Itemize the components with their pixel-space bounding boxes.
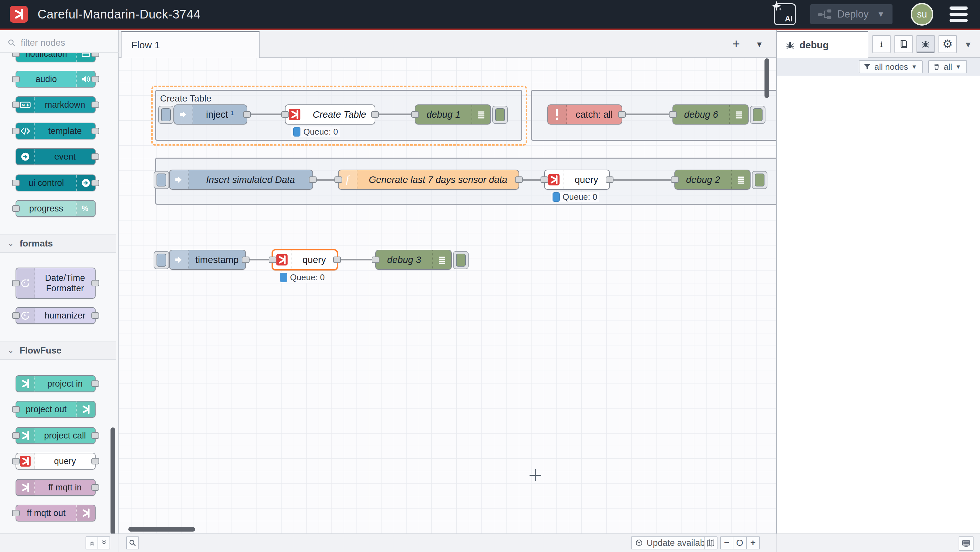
port[interactable] — [541, 176, 548, 183]
zoom-in-button[interactable]: + — [747, 536, 760, 549]
port[interactable] — [91, 280, 99, 286]
palette-node-event[interactable]: event — [16, 148, 95, 165]
main-menu-button[interactable] — [950, 6, 968, 22]
palette-node-ff-mqtt-out[interactable]: ff mqtt out — [16, 505, 95, 522]
debug-tab-button[interactable] — [916, 35, 935, 53]
port[interactable] — [91, 432, 99, 439]
palette-node-audio[interactable]: audio — [16, 71, 95, 88]
port[interactable] — [269, 257, 277, 263]
help-book-button[interactable] — [894, 35, 913, 53]
node-debug-6[interactable]: debug 6 — [673, 104, 749, 124]
palette-node-ui-control[interactable]: ui control — [16, 174, 95, 191]
sidebar-tab-debug[interactable]: debug — [777, 31, 868, 58]
palette-node-humanizer[interactable]: humanizer — [16, 307, 95, 324]
wire[interactable] — [247, 113, 285, 115]
palette-node-query[interactable]: query — [16, 453, 95, 470]
tab-flow-1[interactable]: Flow 1 — [121, 31, 259, 58]
tab-list-caret-icon[interactable]: ▼ — [756, 40, 763, 49]
port[interactable] — [372, 257, 380, 263]
config-gear-button[interactable]: ⚙ — [939, 35, 957, 53]
debug-toggle-button[interactable] — [752, 171, 767, 189]
node-debug-1[interactable]: debug 1 — [415, 104, 491, 124]
port[interactable] — [12, 312, 20, 319]
port[interactable] — [281, 111, 289, 118]
port[interactable] — [12, 458, 20, 464]
debug-clear-button[interactable]: all ▼ — [928, 60, 967, 73]
port[interactable] — [515, 176, 523, 183]
wire[interactable] — [610, 179, 675, 181]
node-debug-3[interactable]: debug 3 — [375, 250, 452, 270]
sidebar-menu-caret-icon[interactable]: ▼ — [964, 40, 972, 49]
port[interactable] — [12, 76, 20, 82]
port[interactable] — [91, 76, 99, 82]
collapse-all-button[interactable] — [86, 537, 98, 549]
palette-node-project-out[interactable]: project out — [16, 401, 95, 418]
palette-scrollbar[interactable] — [110, 428, 115, 534]
port[interactable] — [671, 176, 679, 183]
debug-toggle-button[interactable] — [453, 251, 469, 269]
port[interactable] — [618, 111, 626, 118]
port[interactable] — [12, 53, 20, 57]
port[interactable] — [12, 205, 20, 212]
debug-toggle-button[interactable] — [750, 106, 765, 124]
palette-section-flowfuse[interactable]: ⌄ FlowFuse — [0, 341, 116, 360]
port[interactable] — [91, 128, 99, 134]
flow-canvas[interactable]: Create Table inject ¹ Create Table Queue… — [119, 58, 776, 533]
wire[interactable] — [338, 259, 375, 260]
debug-toggle-button[interactable] — [492, 106, 508, 124]
inject-button[interactable] — [158, 106, 174, 124]
port[interactable] — [12, 280, 20, 286]
node-catch-all[interactable]: catch: all — [547, 104, 622, 124]
wire[interactable] — [375, 113, 415, 115]
node-generate-sensor-data[interactable]: ƒ Generate last 7 days sensor data — [338, 170, 519, 190]
port[interactable] — [91, 102, 99, 108]
port[interactable] — [91, 53, 99, 57]
port[interactable] — [12, 406, 20, 413]
palette-search[interactable]: filter nodes — [0, 34, 119, 53]
palette-node-template[interactable]: template — [16, 123, 95, 139]
minimap-button[interactable] — [704, 536, 718, 549]
port[interactable] — [12, 432, 20, 439]
canvas-search-button[interactable] — [126, 536, 139, 549]
port[interactable] — [411, 111, 419, 118]
ai-assistant-button[interactable]: AI — [774, 3, 796, 25]
inject-button[interactable] — [154, 251, 169, 269]
palette-node-markdown[interactable]: M markdown — [16, 96, 95, 113]
palette-scroll-area[interactable]: notification audio M markdown — [0, 53, 119, 533]
node-create-table[interactable]: Create Table — [285, 104, 375, 124]
info-tab-button[interactable]: i — [872, 35, 891, 53]
deploy-caret-icon[interactable]: ▼ — [877, 10, 885, 19]
node-timestamp[interactable]: timestamp — [169, 250, 246, 270]
node-query-selected[interactable]: query — [272, 249, 338, 271]
wire[interactable] — [246, 259, 272, 260]
canvas-vertical-scrollbar[interactable] — [765, 58, 769, 98]
update-available-button[interactable]: Update available — [631, 536, 716, 549]
palette-node-notification[interactable]: notification — [16, 53, 95, 62]
port[interactable] — [309, 176, 317, 183]
port[interactable] — [12, 128, 20, 134]
port[interactable] — [242, 257, 250, 263]
port[interactable] — [91, 484, 99, 491]
zoom-out-button[interactable]: − — [720, 536, 733, 549]
port[interactable] — [91, 380, 99, 387]
port[interactable] — [91, 180, 99, 186]
inject-button[interactable] — [154, 171, 169, 189]
node-debug-2[interactable]: debug 2 — [675, 170, 751, 190]
palette-node-datetime-formatter[interactable]: Date/Time Formatter — [16, 268, 95, 299]
port[interactable] — [334, 176, 342, 183]
port[interactable] — [606, 176, 614, 183]
node-query-2[interactable]: query — [544, 170, 610, 190]
dashboard-monitor-button[interactable] — [959, 536, 974, 551]
palette-node-project-in[interactable]: project in — [16, 375, 95, 392]
flowfuse-logo-icon[interactable] — [10, 6, 28, 23]
port[interactable] — [12, 180, 20, 186]
expand-all-button[interactable] — [98, 539, 110, 547]
palette-node-ff-mqtt-in[interactable]: ff mqtt in — [16, 479, 95, 496]
node-insert-simulated-data[interactable]: Insert simulated Data — [169, 170, 313, 190]
port[interactable] — [669, 111, 677, 118]
deploy-button[interactable]: Deploy ▼ — [810, 4, 892, 24]
port[interactable] — [91, 153, 99, 160]
port[interactable] — [333, 257, 341, 263]
wire[interactable] — [622, 113, 673, 115]
palette-node-progress[interactable]: progress % — [16, 200, 95, 217]
